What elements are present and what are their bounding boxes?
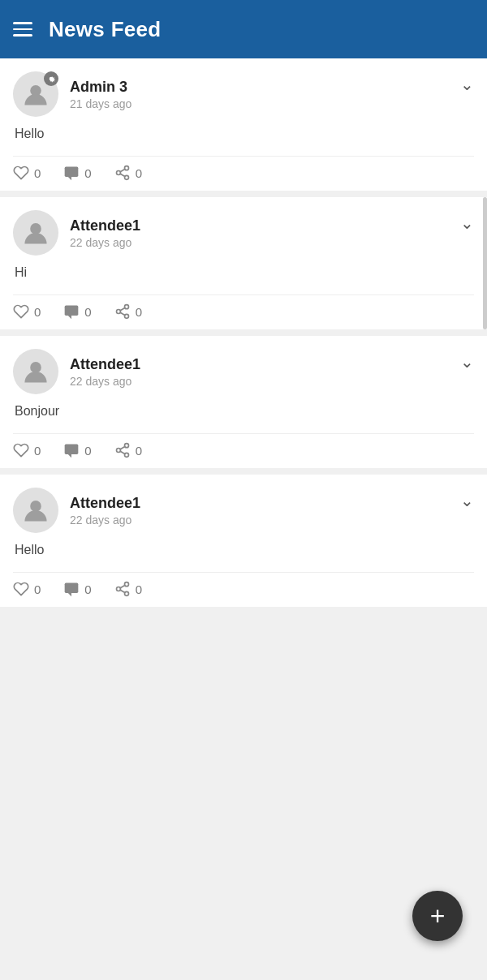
post-header: Attendee1 22 days ago ⌄ [13, 349, 474, 394]
svg-point-8 [30, 223, 41, 234]
avatar [13, 349, 58, 394]
svg-rect-9 [65, 306, 79, 316]
heart-icon [13, 303, 29, 320]
svg-line-6 [120, 174, 125, 176]
post-author-name: Attendee1 [70, 217, 140, 234]
post-options-chevron[interactable]: ⌄ [460, 213, 474, 233]
comment-icon [63, 303, 80, 320]
comment-count: 0 [84, 444, 91, 458]
like-count: 0 [34, 444, 41, 458]
post-time: 22 days ago [70, 375, 140, 388]
post-header: Attendee1 22 days ago ⌄ [13, 210, 474, 256]
like-button[interactable]: 0 [13, 165, 41, 181]
svg-rect-1 [65, 167, 79, 178]
share-icon [114, 165, 131, 181]
comment-count: 0 [84, 305, 91, 319]
svg-marker-18 [68, 454, 71, 458]
post-author-name: Admin 3 [70, 79, 131, 96]
post-content: Bonjour [15, 404, 474, 419]
post-actions: 0 0 [13, 156, 474, 181]
comment-button[interactable]: 0 [63, 165, 91, 181]
post-card: Admin 3 21 days ago ⌄ Hello 0 [0, 58, 487, 191]
svg-line-14 [120, 312, 125, 315]
comment-count: 0 [84, 582, 91, 596]
comment-button[interactable]: 0 [63, 581, 91, 597]
share-icon [114, 581, 131, 597]
avatar [13, 71, 58, 117]
post-options-chevron[interactable]: ⌄ [460, 352, 474, 372]
post-actions: 0 0 [13, 294, 474, 320]
post-options-chevron[interactable]: ⌄ [460, 491, 474, 510]
post-actions: 0 0 [13, 572, 474, 597]
heart-icon [13, 165, 29, 181]
comment-button[interactable]: 0 [63, 303, 91, 320]
app-header: News Feed [0, 0, 487, 58]
post-author-section: Attendee1 22 days ago [13, 349, 140, 394]
news-feed: Admin 3 21 days ago ⌄ Hello 0 [0, 58, 487, 607]
comment-icon [63, 165, 80, 181]
svg-line-23 [120, 446, 125, 449]
post-author-info: Attendee1 22 days ago [70, 217, 140, 249]
svg-rect-25 [65, 583, 79, 594]
post-author-name: Attendee1 [70, 356, 140, 373]
svg-marker-2 [68, 177, 71, 180]
share-button[interactable]: 0 [114, 442, 142, 458]
post-author-section: Attendee1 22 days ago [13, 210, 140, 256]
post-header: Attendee1 22 days ago ⌄ [13, 488, 474, 533]
post-card: Attendee1 22 days ago ⌄ Hi 0 [0, 197, 487, 329]
share-icon [114, 442, 131, 458]
post-author-section: Admin 3 21 days ago [13, 71, 131, 117]
svg-point-16 [30, 362, 41, 373]
post-author-info: Attendee1 22 days ago [70, 356, 140, 388]
post-header: Admin 3 21 days ago ⌄ [13, 71, 474, 117]
post-time: 22 days ago [70, 236, 140, 249]
comment-count: 0 [84, 166, 91, 180]
post-time: 21 days ago [70, 97, 131, 110]
post-options-chevron[interactable]: ⌄ [460, 75, 474, 94]
avatar [13, 210, 58, 256]
create-post-button[interactable]: + [412, 891, 463, 941]
post-author-section: Attendee1 22 days ago [13, 488, 140, 533]
share-button[interactable]: 0 [114, 303, 142, 320]
like-count: 0 [34, 582, 41, 596]
share-icon [114, 303, 131, 320]
svg-line-15 [120, 307, 125, 310]
comment-icon [63, 442, 80, 458]
share-count: 0 [136, 305, 142, 319]
like-count: 0 [34, 166, 41, 180]
page-title: News Feed [49, 17, 162, 42]
svg-marker-10 [68, 316, 71, 319]
svg-line-22 [120, 451, 125, 453]
share-count: 0 [136, 166, 142, 180]
share-button[interactable]: 0 [114, 165, 142, 181]
svg-line-30 [120, 590, 125, 592]
post-author-info: Attendee1 22 days ago [70, 495, 140, 527]
like-button[interactable]: 0 [13, 581, 41, 597]
like-button[interactable]: 0 [13, 303, 41, 320]
comment-icon [63, 581, 80, 597]
svg-marker-26 [68, 593, 71, 596]
share-button[interactable]: 0 [114, 581, 142, 597]
comment-button[interactable]: 0 [63, 442, 91, 458]
post-author-info: Admin 3 21 days ago [70, 79, 131, 110]
heart-icon [13, 581, 29, 597]
avatar [13, 488, 58, 533]
post-card: Attendee1 22 days ago ⌄ Bonjour 0 [0, 336, 487, 468]
heart-icon [13, 442, 29, 458]
like-count: 0 [34, 305, 41, 319]
svg-point-24 [30, 501, 41, 512]
menu-button[interactable] [13, 22, 32, 37]
post-content: Hello [15, 127, 474, 141]
svg-line-31 [120, 585, 125, 587]
like-button[interactable]: 0 [13, 442, 41, 458]
post-time: 22 days ago [70, 514, 140, 527]
post-content: Hello [15, 543, 474, 557]
post-content: Hi [15, 265, 474, 280]
post-author-name: Attendee1 [70, 495, 140, 512]
post-actions: 0 0 [13, 433, 474, 458]
svg-line-7 [120, 169, 125, 171]
svg-rect-17 [65, 445, 79, 455]
share-count: 0 [136, 444, 142, 458]
share-count: 0 [136, 582, 142, 596]
post-card: Attendee1 22 days ago ⌄ Hello 0 [0, 475, 487, 607]
